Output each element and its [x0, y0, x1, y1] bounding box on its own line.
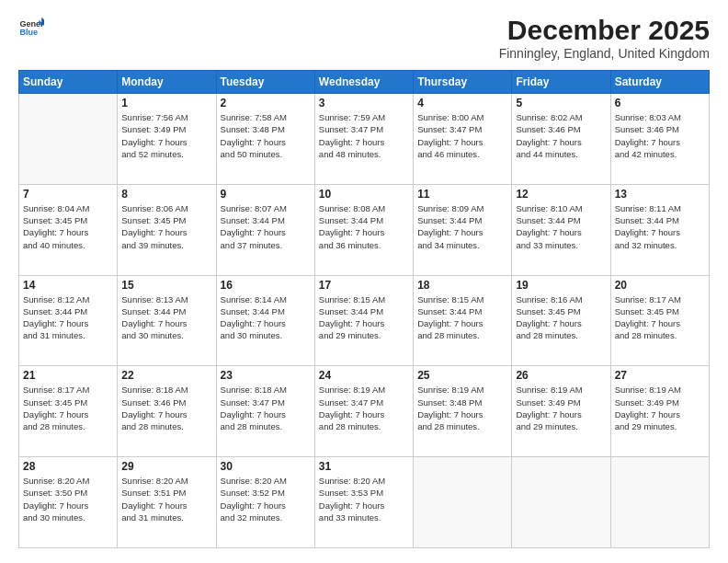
calendar-cell: 23Sunrise: 8:18 AMSunset: 3:47 PMDayligh… [216, 366, 314, 457]
day-info: Sunrise: 8:14 AMSunset: 3:44 PMDaylight:… [221, 293, 311, 342]
calendar-cell: 13Sunrise: 8:11 AMSunset: 3:44 PMDayligh… [610, 184, 709, 275]
day-info: Sunrise: 8:19 AMSunset: 3:48 PMDaylight:… [417, 384, 507, 432]
weekday-header: Monday [118, 71, 216, 94]
day-info: Sunrise: 8:12 AMSunset: 3:44 PMDaylight:… [23, 293, 113, 342]
day-number: 20 [615, 279, 705, 292]
day-number: 27 [615, 369, 705, 382]
calendar-cell [610, 457, 709, 548]
day-info: Sunrise: 8:15 AMSunset: 3:44 PMDaylight:… [319, 293, 409, 342]
calendar-cell: 21Sunrise: 8:17 AMSunset: 3:45 PMDayligh… [19, 366, 118, 457]
day-info: Sunrise: 8:09 AMSunset: 3:44 PMDaylight:… [417, 202, 507, 251]
calendar-cell: 3Sunrise: 7:59 AMSunset: 3:47 PMDaylight… [314, 94, 413, 185]
month-title: December 2025 [499, 15, 710, 46]
day-info: Sunrise: 8:15 AMSunset: 3:44 PMDaylight:… [417, 293, 507, 342]
calendar-cell: 15Sunrise: 8:13 AMSunset: 3:44 PMDayligh… [118, 275, 216, 366]
weekday-header: Wednesday [314, 71, 413, 94]
day-number: 16 [221, 279, 311, 292]
day-info: Sunrise: 8:16 AMSunset: 3:45 PMDaylight:… [516, 293, 606, 342]
day-number: 1 [121, 97, 211, 109]
weekday-header: Tuesday [216, 71, 314, 94]
day-number: 3 [319, 97, 409, 109]
page: General Blue December 2025 Finningley, E… [0, 0, 728, 563]
day-number: 5 [516, 97, 606, 109]
calendar-cell: 27Sunrise: 8:19 AMSunset: 3:49 PMDayligh… [610, 366, 709, 457]
day-number: 30 [221, 460, 311, 473]
day-info: Sunrise: 8:07 AMSunset: 3:44 PMDaylight:… [221, 202, 311, 251]
calendar-cell: 4Sunrise: 8:00 AMSunset: 3:47 PMDaylight… [414, 94, 512, 185]
weekday-header: Friday [512, 71, 610, 94]
logo-icon: General Blue [18, 15, 44, 40]
calendar-cell: 20Sunrise: 8:17 AMSunset: 3:45 PMDayligh… [610, 275, 709, 366]
day-number: 6 [615, 97, 705, 109]
calendar-cell [512, 457, 610, 548]
day-info: Sunrise: 8:17 AMSunset: 3:45 PMDaylight:… [615, 293, 705, 342]
day-info: Sunrise: 7:58 AMSunset: 3:48 PMDaylight:… [221, 111, 311, 160]
calendar-cell: 28Sunrise: 8:20 AMSunset: 3:50 PMDayligh… [19, 457, 118, 548]
day-info: Sunrise: 8:20 AMSunset: 3:53 PMDaylight:… [319, 475, 409, 523]
header: General Blue December 2025 Finningley, E… [18, 15, 710, 61]
day-info: Sunrise: 8:08 AMSunset: 3:44 PMDaylight:… [319, 202, 409, 251]
day-number: 15 [121, 279, 211, 292]
day-info: Sunrise: 8:04 AMSunset: 3:45 PMDaylight:… [23, 202, 113, 251]
weekday-header: Sunday [19, 71, 118, 94]
day-number: 28 [23, 460, 113, 473]
day-info: Sunrise: 8:02 AMSunset: 3:46 PMDaylight:… [516, 111, 606, 160]
day-number: 7 [23, 188, 113, 201]
day-number: 10 [319, 188, 409, 201]
calendar-cell: 10Sunrise: 8:08 AMSunset: 3:44 PMDayligh… [314, 184, 413, 275]
calendar-cell [414, 457, 512, 548]
day-info: Sunrise: 8:11 AMSunset: 3:44 PMDaylight:… [615, 202, 705, 251]
calendar-cell: 25Sunrise: 8:19 AMSunset: 3:48 PMDayligh… [414, 366, 512, 457]
calendar-cell: 8Sunrise: 8:06 AMSunset: 3:45 PMDaylight… [118, 184, 216, 275]
day-number: 12 [516, 188, 606, 201]
calendar-cell: 17Sunrise: 8:15 AMSunset: 3:44 PMDayligh… [314, 275, 413, 366]
day-number: 23 [221, 369, 311, 382]
calendar-cell [19, 94, 118, 185]
calendar-cell: 31Sunrise: 8:20 AMSunset: 3:53 PMDayligh… [314, 457, 413, 548]
title-block: December 2025 Finningley, England, Unite… [499, 15, 710, 61]
day-info: Sunrise: 8:18 AMSunset: 3:46 PMDaylight:… [121, 384, 211, 432]
location: Finningley, England, United Kingdom [499, 46, 710, 61]
day-info: Sunrise: 7:56 AMSunset: 3:49 PMDaylight:… [121, 111, 211, 160]
day-info: Sunrise: 8:20 AMSunset: 3:52 PMDaylight:… [221, 475, 311, 523]
day-number: 17 [319, 279, 409, 292]
calendar-cell: 5Sunrise: 8:02 AMSunset: 3:46 PMDaylight… [512, 94, 610, 185]
day-number: 4 [417, 97, 507, 109]
calendar-cell: 18Sunrise: 8:15 AMSunset: 3:44 PMDayligh… [414, 275, 512, 366]
day-number: 18 [417, 279, 507, 292]
calendar-cell: 12Sunrise: 8:10 AMSunset: 3:44 PMDayligh… [512, 184, 610, 275]
day-info: Sunrise: 8:03 AMSunset: 3:46 PMDaylight:… [615, 111, 705, 160]
calendar-cell: 2Sunrise: 7:58 AMSunset: 3:48 PMDaylight… [216, 94, 314, 185]
day-number: 2 [221, 97, 311, 109]
day-number: 13 [615, 188, 705, 201]
day-number: 31 [319, 460, 409, 473]
day-number: 25 [417, 369, 507, 382]
calendar-cell: 22Sunrise: 8:18 AMSunset: 3:46 PMDayligh… [118, 366, 216, 457]
day-number: 14 [23, 279, 113, 292]
calendar-cell: 24Sunrise: 8:19 AMSunset: 3:47 PMDayligh… [314, 366, 413, 457]
day-number: 9 [221, 188, 311, 201]
calendar-cell: 14Sunrise: 8:12 AMSunset: 3:44 PMDayligh… [19, 275, 118, 366]
day-info: Sunrise: 8:18 AMSunset: 3:47 PMDaylight:… [221, 384, 311, 432]
calendar-cell: 1Sunrise: 7:56 AMSunset: 3:49 PMDaylight… [118, 94, 216, 185]
calendar-cell: 11Sunrise: 8:09 AMSunset: 3:44 PMDayligh… [414, 184, 512, 275]
calendar-cell: 16Sunrise: 8:14 AMSunset: 3:44 PMDayligh… [216, 275, 314, 366]
calendar-cell: 9Sunrise: 8:07 AMSunset: 3:44 PMDaylight… [216, 184, 314, 275]
weekday-header: Saturday [610, 71, 709, 94]
logo: General Blue [18, 15, 44, 40]
day-number: 11 [417, 188, 507, 201]
calendar-cell: 6Sunrise: 8:03 AMSunset: 3:46 PMDaylight… [610, 94, 709, 185]
day-info: Sunrise: 8:17 AMSunset: 3:45 PMDaylight:… [23, 384, 113, 432]
calendar-cell: 26Sunrise: 8:19 AMSunset: 3:49 PMDayligh… [512, 366, 610, 457]
day-number: 8 [121, 188, 211, 201]
day-info: Sunrise: 8:19 AMSunset: 3:49 PMDaylight:… [516, 384, 606, 432]
day-info: Sunrise: 8:20 AMSunset: 3:50 PMDaylight:… [23, 475, 113, 523]
day-info: Sunrise: 8:13 AMSunset: 3:44 PMDaylight:… [121, 293, 211, 342]
day-number: 19 [516, 279, 606, 292]
calendar-cell: 30Sunrise: 8:20 AMSunset: 3:52 PMDayligh… [216, 457, 314, 548]
day-number: 21 [23, 369, 113, 382]
day-info: Sunrise: 8:06 AMSunset: 3:45 PMDaylight:… [121, 202, 211, 251]
day-info: Sunrise: 8:00 AMSunset: 3:47 PMDaylight:… [417, 111, 507, 160]
calendar-cell: 19Sunrise: 8:16 AMSunset: 3:45 PMDayligh… [512, 275, 610, 366]
day-number: 29 [121, 460, 211, 473]
